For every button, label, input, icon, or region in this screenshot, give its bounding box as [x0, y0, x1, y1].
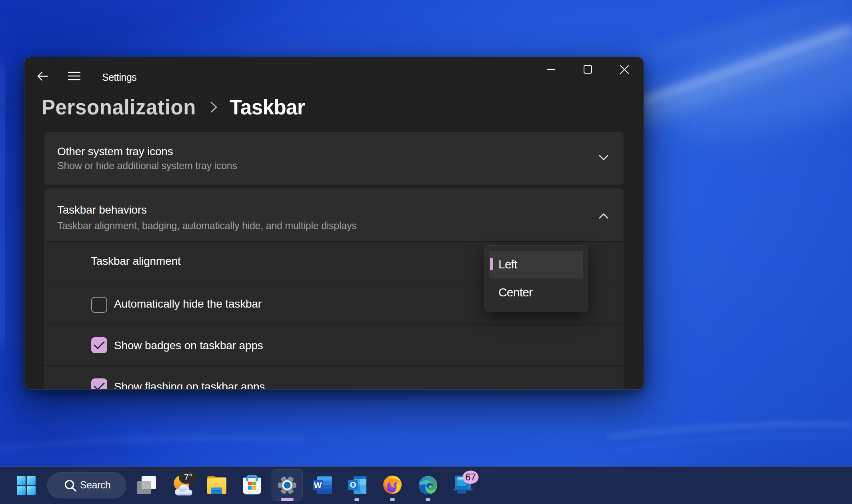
svg-text:67: 67: [465, 472, 476, 482]
svg-text:W: W: [314, 480, 322, 490]
svg-text:O: O: [350, 480, 356, 489]
svg-text:7°: 7°: [184, 472, 192, 482]
